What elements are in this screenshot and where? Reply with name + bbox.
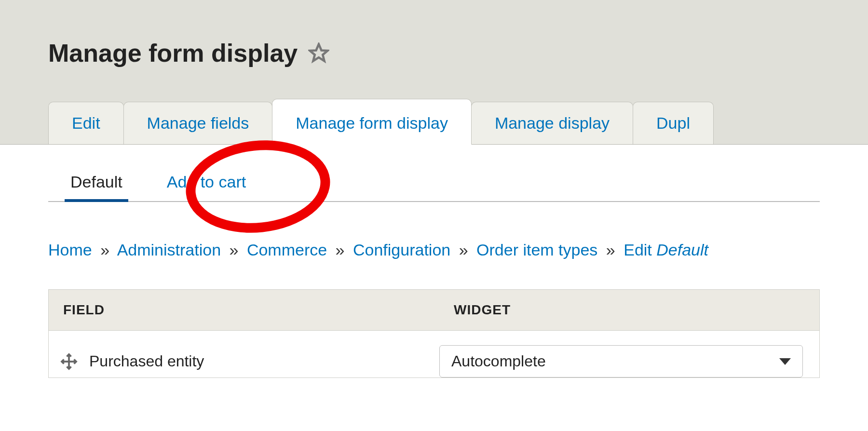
breadcrumb-home[interactable]: Home bbox=[48, 241, 92, 259]
breadcrumb-sep: » bbox=[602, 241, 619, 259]
breadcrumb-sep: » bbox=[455, 241, 472, 259]
header-region: Manage form display Edit Manage fields M… bbox=[0, 0, 868, 145]
tab-edit[interactable]: Edit bbox=[48, 102, 124, 144]
primary-tabs: Edit Manage fields Manage form display M… bbox=[48, 99, 713, 144]
field-label: Purchased entity bbox=[89, 352, 439, 370]
th-field: FIELD bbox=[49, 290, 439, 330]
table-row: Purchased entity Autocomplete bbox=[49, 331, 819, 377]
subtab-default[interactable]: Default bbox=[48, 166, 145, 201]
subtab-add-to-cart[interactable]: Add to cart bbox=[145, 166, 268, 201]
page-title: Manage form display bbox=[48, 39, 298, 67]
breadcrumb-configuration[interactable]: Configuration bbox=[353, 241, 450, 259]
breadcrumb: Home » Administration » Commerce » Confi… bbox=[48, 241, 820, 259]
breadcrumb-order-item-types[interactable]: Order item types bbox=[476, 241, 597, 259]
widget-select-value: Autocomplete bbox=[451, 352, 546, 370]
breadcrumb-sep: » bbox=[96, 241, 113, 259]
th-widget: WIDGET bbox=[439, 290, 819, 330]
chevron-down-icon bbox=[779, 358, 791, 365]
secondary-tabs: Default Add to cart bbox=[48, 166, 820, 202]
content-region: Default Add to cart Home » Administratio… bbox=[0, 145, 868, 378]
tab-duplicate[interactable]: Dupl bbox=[633, 102, 714, 144]
breadcrumb-commerce[interactable]: Commerce bbox=[247, 241, 327, 259]
breadcrumb-administration[interactable]: Administration bbox=[117, 241, 221, 259]
favorite-star-icon[interactable] bbox=[308, 42, 329, 64]
breadcrumb-sep: » bbox=[226, 241, 243, 259]
drag-handle-icon[interactable] bbox=[60, 353, 78, 370]
svg-marker-0 bbox=[310, 44, 328, 61]
breadcrumb-edit-default[interactable]: Edit Default bbox=[624, 241, 708, 259]
table-header-row: FIELD WIDGET bbox=[49, 290, 819, 331]
tab-manage-fields[interactable]: Manage fields bbox=[123, 102, 273, 144]
tab-manage-display[interactable]: Manage display bbox=[471, 102, 633, 144]
widget-select[interactable]: Autocomplete bbox=[439, 345, 803, 377]
breadcrumb-sep: » bbox=[332, 241, 349, 259]
field-table: FIELD WIDGET Purchased entity Autocomple… bbox=[48, 289, 820, 378]
tab-manage-form-display[interactable]: Manage form display bbox=[272, 99, 472, 145]
page-title-wrap: Manage form display bbox=[48, 39, 868, 67]
